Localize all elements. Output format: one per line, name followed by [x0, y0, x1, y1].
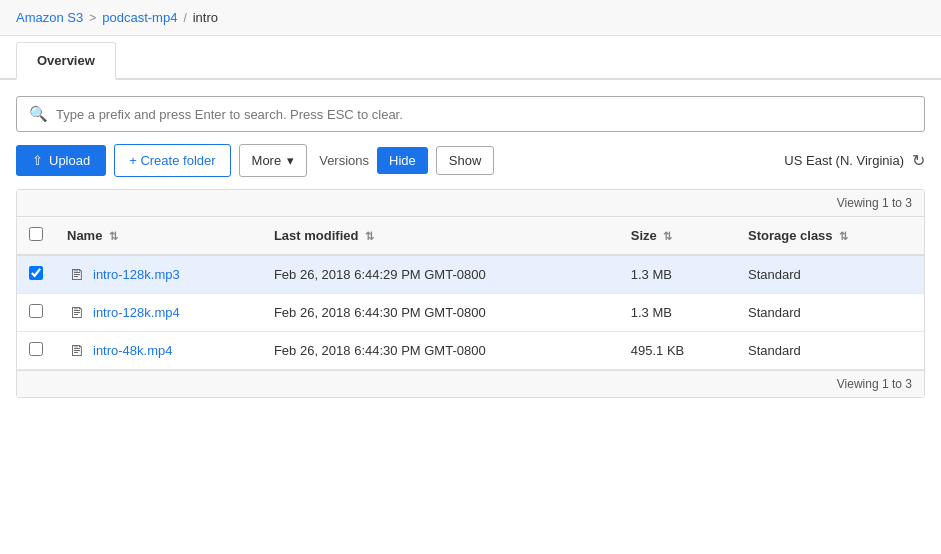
region-label: US East (N. Virginia) — [784, 153, 904, 168]
row-checkbox[interactable] — [29, 342, 43, 356]
row-checkbox[interactable] — [29, 304, 43, 318]
breadcrumb: Amazon S3 > podcast-mp4 / intro — [0, 0, 941, 36]
table-header-row: Name ⇅ Last modified ⇅ Size ⇅ Storage cl… — [17, 217, 924, 255]
row-storage-class: Standard — [736, 332, 924, 370]
row-last-modified: Feb 26, 2018 6:44:30 PM GMT-0800 — [262, 294, 619, 332]
row-size: 495.1 KB — [619, 332, 736, 370]
search-bar: 🔍 — [16, 96, 925, 132]
breadcrumb-root[interactable]: Amazon S3 — [16, 10, 83, 25]
row-name-cell: 🖹intro-128k.mp4 — [55, 294, 262, 332]
region-info: US East (N. Virginia) ↻ — [784, 151, 925, 170]
breadcrumb-folder: intro — [193, 10, 218, 25]
more-button[interactable]: More — [239, 144, 308, 177]
row-last-modified: Feb 26, 2018 6:44:30 PM GMT-0800 — [262, 332, 619, 370]
files-table-container: Viewing 1 to 3 Name ⇅ Last modified ⇅ Si… — [16, 189, 925, 398]
create-folder-button[interactable]: + Create folder — [114, 144, 230, 177]
chevron-down-icon — [285, 153, 294, 168]
file-icon: 🖹 — [67, 342, 85, 359]
row-size: 1.3 MB — [619, 294, 736, 332]
search-input[interactable] — [56, 107, 912, 122]
toolbar: ⇧ Upload + Create folder More Versions H… — [0, 144, 941, 189]
col-name: Name ⇅ — [55, 217, 262, 255]
row-last-modified: Feb 26, 2018 6:44:29 PM GMT-0800 — [262, 255, 619, 294]
files-table: Name ⇅ Last modified ⇅ Size ⇅ Storage cl… — [17, 217, 924, 370]
breadcrumb-sep2: / — [183, 11, 186, 25]
file-link[interactable]: intro-128k.mp4 — [93, 305, 180, 320]
row-storage-class: Standard — [736, 294, 924, 332]
tab-overview[interactable]: Overview — [16, 42, 116, 80]
breadcrumb-sep1: > — [89, 11, 96, 25]
file-link[interactable]: intro-48k.mp4 — [93, 343, 172, 358]
file-icon: 🖹 — [67, 266, 85, 283]
row-checkbox-cell — [17, 255, 55, 294]
file-icon: 🖹 — [67, 304, 85, 321]
row-size: 1.3 MB — [619, 255, 736, 294]
viewing-top: Viewing 1 to 3 — [17, 190, 924, 217]
size-sort-icon[interactable]: ⇅ — [663, 230, 672, 242]
name-sort-icon[interactable]: ⇅ — [109, 230, 118, 242]
row-checkbox[interactable] — [29, 266, 43, 280]
row-checkbox-cell — [17, 332, 55, 370]
select-all-checkbox[interactable] — [29, 227, 43, 241]
col-last-modified: Last modified ⇅ — [262, 217, 619, 255]
row-checkbox-cell — [17, 294, 55, 332]
refresh-icon[interactable]: ↻ — [912, 151, 925, 170]
upload-icon: ⇧ — [32, 153, 43, 168]
table-row: 🖹intro-128k.mp3Feb 26, 2018 6:44:29 PM G… — [17, 255, 924, 294]
search-icon: 🔍 — [29, 105, 48, 123]
show-button[interactable]: Show — [436, 146, 495, 175]
file-link[interactable]: intro-128k.mp3 — [93, 267, 180, 282]
col-storage-class: Storage class ⇅ — [736, 217, 924, 255]
tabs-bar: Overview — [0, 40, 941, 80]
table-row: 🖹intro-128k.mp4Feb 26, 2018 6:44:30 PM G… — [17, 294, 924, 332]
row-name-cell: 🖹intro-128k.mp3 — [55, 255, 262, 294]
col-size: Size ⇅ — [619, 217, 736, 255]
viewing-bottom: Viewing 1 to 3 — [17, 370, 924, 397]
hide-button[interactable]: Hide — [377, 147, 428, 174]
row-name-cell: 🖹intro-48k.mp4 — [55, 332, 262, 370]
storage-class-sort-icon[interactable]: ⇅ — [839, 230, 848, 242]
col-checkbox — [17, 217, 55, 255]
upload-button[interactable]: ⇧ Upload — [16, 145, 106, 176]
last-modified-sort-icon[interactable]: ⇅ — [365, 230, 374, 242]
table-row: 🖹intro-48k.mp4Feb 26, 2018 6:44:30 PM GM… — [17, 332, 924, 370]
row-storage-class: Standard — [736, 255, 924, 294]
versions-label: Versions — [319, 153, 369, 168]
breadcrumb-bucket[interactable]: podcast-mp4 — [102, 10, 177, 25]
